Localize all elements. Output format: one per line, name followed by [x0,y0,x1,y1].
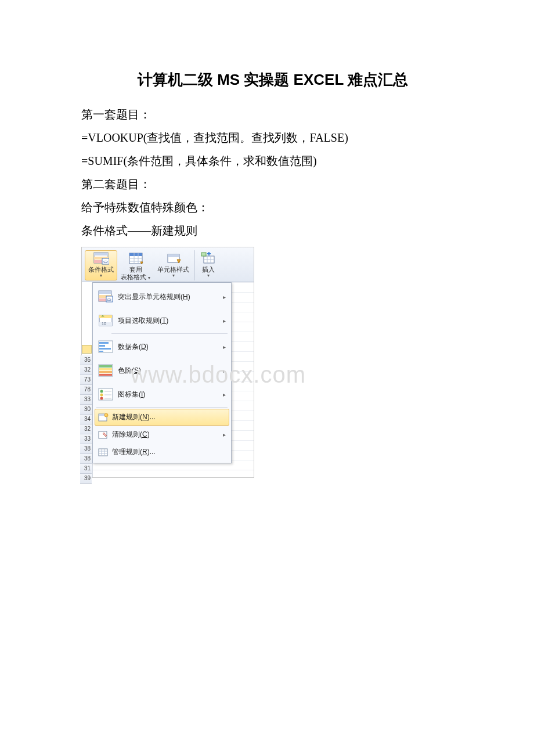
row-header[interactable]: 39 [80,474,92,484]
svg-rect-30 [99,342,109,344]
svg-rect-1 [94,253,108,255]
text-line-3: =SUMIF(条件范围，具体条件，求和数值范围) [81,149,464,172]
conditional-format-dropdown: ≤≥ 突出显示单元格规则(H) ▸ 10 项目选取规则(T) ▸ [92,282,232,463]
text-line-2: =VLOOKUP(查找值，查找范围。查找列数，FALSE) [81,126,464,149]
text-line-6: 条件格式——新建规则 [81,219,464,242]
svg-rect-20 [99,291,111,294]
menu-icon-sets[interactable]: 图标集(I) ▸ [95,383,229,406]
color-scales-icon [98,364,113,377]
menu-label: 图标集(I) [118,390,218,399]
ribbon-bar: ≤≥ 条件格式 ▾ 套用 表格格式 ▾ 单元格 [82,247,254,282]
cond-fmt-label: 条件格式 [88,266,114,273]
excel-screenshot: ≤≥ 条件格式 ▾ 套用 表格格式 ▾ 单元格 [81,247,254,478]
top-rules-icon: 10 [98,314,113,327]
svg-rect-31 [99,345,105,347]
clear-rules-icon [98,430,109,440]
row-header[interactable]: 32 [80,365,92,375]
format-as-table-button[interactable]: 套用 表格格式 ▾ [117,250,154,280]
insert-label: 插入 [202,266,215,273]
svg-rect-32 [99,348,111,350]
text-line-1: 第一套题目： [81,103,464,126]
dropdown-arrow-icon: ▾ [100,273,102,278]
icon-sets-icon [98,388,113,401]
chevron-right-icon: ▸ [218,431,226,438]
chevron-right-icon: ▸ [218,294,226,300]
menu-data-bars[interactable]: 数据条(D) ▸ [95,335,229,358]
data-bars-icon [98,340,113,353]
row-header[interactable]: 30 [80,405,92,415]
menu-label: 清除规则(C) [112,430,218,440]
row-header[interactable]: 36 [80,355,92,365]
text-line-4: 第二套题目： [81,172,464,196]
svg-point-42 [100,397,103,400]
row-header[interactable]: 33 [80,434,92,444]
conditional-format-button[interactable]: ≤≥ 条件格式 ▾ [85,250,117,280]
menu-separator [111,333,228,334]
cell-styles-button[interactable]: 单元格样式 ▾ [154,250,193,280]
svg-rect-26 [99,315,112,318]
menu-highlight-cells-rules[interactable]: ≤≥ 突出显示单元格规则(H) ▸ [95,285,229,308]
svg-rect-7 [129,253,142,256]
chevron-right-icon: ▸ [218,318,226,324]
ribbon-separator [194,250,195,280]
row-header[interactable]: 38 [80,444,92,454]
menu-top-bottom-rules[interactable]: 10 项目选取规则(T) ▸ [95,309,229,332]
svg-point-41 [100,394,103,397]
menu-label: 数据条(D) [118,342,218,352]
menu-label: 新建规则(N)... [112,412,226,422]
dropdown-arrow-icon: ▾ [172,273,175,278]
insert-button[interactable]: 插入 ▾ [197,250,220,280]
svg-rect-33 [99,351,103,352]
svg-rect-38 [99,374,112,376]
chevron-right-icon: ▸ [218,391,226,398]
svg-text:≤≥: ≤≥ [103,260,108,264]
sheet-area: 36 32 73 78 33 30 34 32 33 38 38 31 39 [82,282,254,477]
svg-rect-50 [99,449,107,456]
row-header[interactable]: 78 [80,385,92,395]
chevron-right-icon: ▸ [218,368,226,374]
svg-rect-18 [201,253,206,256]
row-header[interactable]: 34 [80,415,92,424]
manage-rules-icon [98,448,109,457]
row-header[interactable]: 33 [80,395,92,405]
insert-cells-icon [200,251,217,265]
menu-color-scales[interactable]: 色阶(S) ▸ [95,359,229,382]
table-fmt-label2: 表格格式 ▾ [121,273,150,281]
svg-point-40 [100,390,103,393]
table-fmt-label1: 套用 [129,266,142,273]
row-header[interactable]: 38 [80,454,92,464]
menu-label: 项目选取规则(T) [118,316,218,326]
chevron-right-icon: ▸ [218,344,226,350]
row-headers: 36 32 73 78 33 30 34 32 33 38 38 31 39 [80,355,92,484]
menu-manage-rules[interactable]: 管理规则(R)... [95,444,229,460]
svg-point-48 [104,413,108,417]
svg-text:≤≥: ≤≥ [107,297,111,301]
table-format-icon [128,251,144,265]
svg-text:10: 10 [102,322,106,326]
row-header[interactable]: 73 [80,375,92,385]
conditional-format-icon: ≤≥ [93,251,109,265]
menu-label: 突出显示单元格规则(H) [118,292,218,302]
new-rule-icon [98,413,109,422]
menu-label: 色阶(S) [118,366,218,376]
selected-cell-highlight [82,345,92,354]
text-line-5: 给予特殊数值特殊颜色： [81,196,464,219]
svg-rect-35 [99,365,112,368]
row-header[interactable]: 32 [80,424,92,434]
menu-new-rule[interactable]: 新建规则(N)... [95,409,229,426]
menu-separator [96,407,228,408]
svg-rect-37 [99,371,112,373]
svg-rect-36 [99,368,112,370]
menu-label: 管理规则(R)... [112,447,226,457]
highlight-rules-icon: ≤≥ [98,290,113,303]
dropdown-arrow-icon: ▾ [207,273,210,278]
cell-styles-icon [165,251,182,265]
doc-title: 计算机二级 MS 实操题 EXCEL 难点汇总 [81,70,464,90]
menu-clear-rules[interactable]: 清除规则(C) ▸ [95,426,229,443]
svg-rect-13 [168,254,179,257]
row-header[interactable]: 31 [80,464,92,474]
cell-styles-label: 单元格样式 [157,266,189,273]
